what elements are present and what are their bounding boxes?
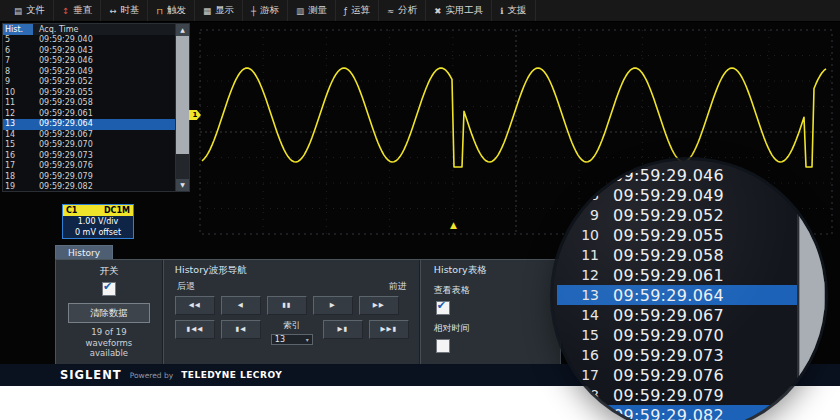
analysis-icon: ≈ (387, 6, 394, 16)
menu-item-label: 文件 (26, 4, 45, 17)
history-row-index: 5 (3, 35, 33, 46)
history-scrollbar[interactable]: ▲ ▼ (175, 24, 189, 191)
magnified-row-time: 09:59:29.064 (613, 286, 724, 305)
waveform-navigation-section: History波形导航 后退 前进 ◀◀◀▮▮▶▶▶ ▮◀◀▮◀索引13▾▶▮▶… (162, 260, 419, 364)
magnified-row-index: 18 (557, 387, 599, 403)
vertical-icon: ↕ (62, 6, 69, 16)
menu-item-support[interactable]: ℹ支援 (492, 0, 535, 21)
clear-data-button[interactable]: 清除数据 (68, 303, 150, 323)
menu-item-timebase[interactable]: ↔时基 (101, 0, 148, 21)
skip-to-first-button[interactable]: ▮◀◀ (175, 320, 215, 339)
menu-item-label: 支援 (508, 4, 527, 17)
history-row-index: 7 (3, 56, 33, 67)
history-row-time: 09:59:29.064 (33, 119, 175, 130)
play-forward-button[interactable]: ▶ (313, 296, 353, 315)
channel1-name: C1 (66, 206, 77, 215)
step-forward-button[interactable]: ▶▮ (323, 320, 363, 339)
channel1-vdiv: 1.00 V/div (63, 216, 133, 227)
history-dialog-tab[interactable]: History (55, 245, 113, 260)
magnified-history-row: 1809:59:29.079 (557, 385, 797, 405)
fast-forward-button[interactable]: ▶▶ (359, 296, 399, 315)
history-row[interactable]: 1709:59:29.076 (3, 161, 175, 172)
status-line: available (86, 348, 133, 359)
history-row[interactable]: 1909:59:29.082 (3, 182, 175, 191)
history-row[interactable]: 809:59:29.049 (3, 67, 175, 78)
menu-item-cursors[interactable]: ┼游标 (243, 0, 288, 21)
nav-buttons-row1: ◀◀◀▮▮▶▶▶ (175, 296, 409, 315)
magnified-row-time: 09:59:29.067 (613, 306, 724, 325)
history-row-time: 09:59:29.040 (33, 35, 175, 46)
history-row-time: 09:59:29.049 (33, 67, 175, 78)
forward-label: 前进 (389, 280, 407, 293)
history-row[interactable]: 1609:59:29.073 (3, 151, 175, 162)
status-line: waveforms (86, 338, 133, 349)
history-row[interactable]: 1009:59:29.055 (3, 88, 175, 99)
step-backward-button[interactable]: ▮◀ (221, 320, 261, 339)
menu-bar: ▤文件↕垂直↔时基⊓触发▦显示┼游标▥测量ƒ运算≈分析✖实用工具ℹ支援 (0, 0, 840, 22)
nav-direction-labels: 后退 前进 (175, 280, 409, 293)
history-list-panel: Hist. Acq. Time 509:59:29.040609:59:29.0… (2, 23, 190, 192)
history-row[interactable]: 1409:59:29.067 (3, 130, 175, 141)
magnified-history-row: 1609:59:29.073 (557, 345, 797, 365)
menu-item-measure[interactable]: ▥测量 (288, 0, 336, 21)
menu-item-file[interactable]: ▤文件 (6, 0, 54, 21)
index-value-box[interactable]: 13▾ (271, 334, 313, 345)
magnified-row-index: 12 (557, 267, 599, 283)
display-icon: ▦ (203, 6, 211, 16)
menu-item-utility[interactable]: ✖实用工具 (426, 0, 492, 21)
nav-buttons-row2: ▮◀◀▮◀索引13▾▶▮▶▶▮ (175, 320, 409, 345)
history-index-header: Hist. (3, 24, 33, 35)
math-icon: ƒ (344, 6, 347, 16)
history-row[interactable]: 1509:59:29.070 (3, 140, 175, 151)
history-row-index: 15 (3, 140, 33, 151)
history-row[interactable]: 609:59:29.043 (3, 46, 175, 57)
history-row[interactable]: 709:59:29.046 (3, 56, 175, 67)
history-row[interactable]: 509:59:29.040 (3, 35, 175, 46)
history-row-time: 09:59:29.082 (33, 182, 175, 191)
history-row-time: 09:59:29.058 (33, 98, 175, 109)
fast-backward-button[interactable]: ◀◀ (175, 296, 215, 315)
powered-by-text: Powered by (130, 371, 173, 380)
menu-item-math[interactable]: ƒ运算 (336, 0, 379, 21)
skip-to-last-button[interactable]: ▶▶▮ (369, 320, 409, 339)
history-row-index: 18 (3, 172, 33, 183)
pause-button[interactable]: ▮▮ (267, 296, 307, 315)
magnified-row-time: 09:59:29.055 (613, 226, 724, 245)
history-row-index: 10 (3, 88, 33, 99)
history-row[interactable]: 1809:59:29.079 (3, 172, 175, 183)
channel1-badge[interactable]: C1 DC1M 1.00 V/div 0 mV offset (62, 204, 134, 239)
history-row[interactable]: 1309:59:29.064 (3, 119, 175, 130)
measure-icon: ▥ (296, 6, 304, 16)
history-row[interactable]: 909:59:29.052 (3, 77, 175, 88)
magnified-history-row: 1409:59:29.067 (557, 305, 797, 325)
play-backward-button[interactable]: ◀ (221, 296, 261, 315)
trigger-icon: ⊓ (156, 6, 163, 16)
magnified-row-time: 09:59:29.073 (613, 346, 724, 365)
acq-time-header: Acq. Time (33, 24, 175, 35)
view-table-checkbox[interactable]: ✔ (436, 301, 450, 315)
waveform-count-status: 19 of 19waveformsavailable (86, 327, 133, 359)
history-list-header: Hist. Acq. Time (3, 24, 175, 35)
history-row-index: 19 (3, 182, 33, 191)
history-row-index: 16 (3, 151, 33, 162)
support-icon: ℹ (500, 6, 503, 16)
history-rows: 509:59:29.040609:59:29.043709:59:29.0468… (3, 35, 175, 191)
menu-item-analysis[interactable]: ≈分析 (379, 0, 426, 21)
history-list: Hist. Acq. Time 509:59:29.040609:59:29.0… (3, 24, 175, 191)
channel1-waveform (202, 68, 826, 167)
relative-time-checkbox[interactable] (436, 339, 450, 353)
menu-item-display[interactable]: ▦显示 (195, 0, 243, 21)
history-row[interactable]: 1109:59:29.058 (3, 98, 175, 109)
down-arrow-icon: ▼ (180, 181, 185, 188)
history-row-index: 6 (3, 46, 33, 57)
menu-item-trigger[interactable]: ⊓触发 (148, 0, 195, 21)
history-switch-checkbox[interactable]: ✔ (102, 282, 116, 296)
up-arrow-icon: ▲ (180, 26, 185, 33)
history-row-index: 14 (3, 130, 33, 141)
trigger-position-marker[interactable]: ▲ (450, 221, 457, 230)
back-label: 后退 (177, 280, 195, 293)
magnified-row-index: 15 (557, 327, 599, 343)
menu-item-vertical[interactable]: ↕垂直 (54, 0, 101, 21)
history-row[interactable]: 1209:59:29.061 (3, 109, 175, 120)
index-spinner[interactable]: 索引13▾ (267, 320, 317, 345)
